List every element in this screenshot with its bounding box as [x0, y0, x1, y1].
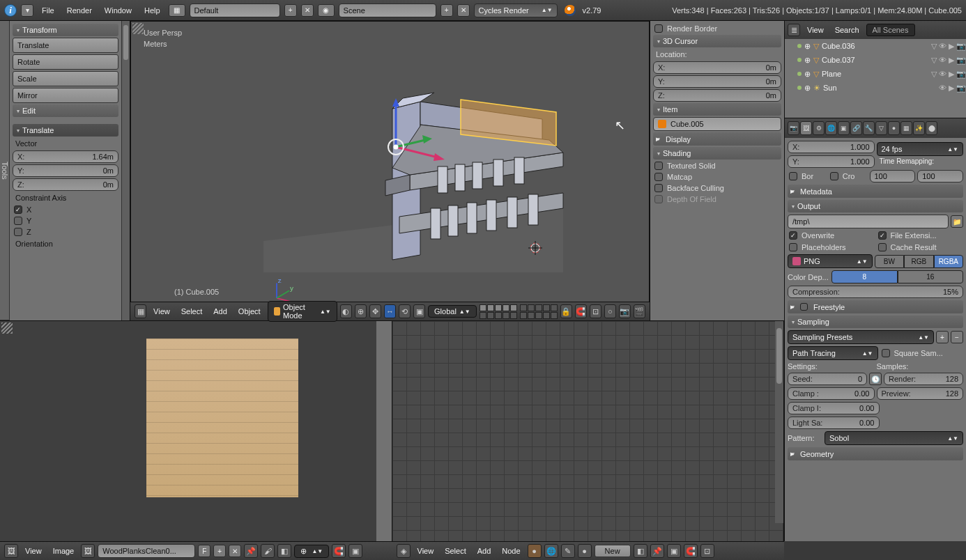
- node-menu-add[interactable]: Add: [473, 545, 496, 557]
- new-material-button[interactable]: New: [595, 545, 631, 557]
- lock-icon[interactable]: 🔒: [560, 304, 572, 318]
- add-image-button[interactable]: +: [213, 545, 226, 557]
- sampling-presets-select[interactable]: Sampling Presets▲▼: [788, 330, 934, 344]
- render-engine-select[interactable]: Cycles Render▲▼: [474, 3, 558, 17]
- vector-x-field[interactable]: X:1.64m: [13, 150, 118, 163]
- fake-user-button[interactable]: F: [198, 545, 210, 557]
- vp-menu-object[interactable]: Object: [234, 305, 265, 318]
- menu-window[interactable]: Window: [100, 3, 136, 17]
- integrator-select[interactable]: Path Tracing▲▼: [788, 346, 878, 360]
- textured-solid-check[interactable]: Textured Solid: [653, 161, 781, 171]
- node-editor-type-icon[interactable]: ◈: [397, 544, 411, 558]
- uv-paint-icon[interactable]: 🖌: [261, 544, 275, 558]
- outliner-tree[interactable]: ⊕▽Cube.036▽ 👁 ▶ 📷 ⊕▽Cube.037▽ 👁 ▶ 📷 ⊕▽Pl…: [785, 39, 966, 118]
- transform-gizmo[interactable]: [368, 98, 459, 189]
- scene-field[interactable]: Scene: [339, 3, 436, 17]
- editor-type-menu[interactable]: ▾: [21, 4, 33, 17]
- editor-type-icon[interactable]: ▦: [135, 304, 146, 318]
- transform-panel-header[interactable]: Transform: [13, 24, 118, 36]
- cursor-panel-header[interactable]: 3D Cursor: [653, 35, 781, 47]
- scrollbar[interactable]: [123, 25, 128, 60]
- node-menu-node[interactable]: Node: [498, 545, 524, 557]
- vector-z-field[interactable]: Z:0m: [13, 178, 118, 191]
- translate-button[interactable]: Translate: [13, 38, 118, 53]
- node-pin-icon[interactable]: 📌: [650, 544, 664, 558]
- remove-layout-button[interactable]: ✕: [301, 4, 314, 17]
- screen-layout-field[interactable]: Default: [190, 3, 280, 17]
- scale-button[interactable]: Scale: [13, 71, 118, 86]
- rotate-manip-icon[interactable]: ⟲: [399, 304, 411, 318]
- uv-menu-view[interactable]: View: [21, 545, 46, 557]
- clapper-icon[interactable]: 🎬: [634, 304, 645, 318]
- node-autocomp-icon[interactable]: ⊡: [700, 544, 714, 558]
- snap-target-icon[interactable]: ⊡: [590, 304, 601, 318]
- mirror-button[interactable]: Mirror: [13, 88, 118, 103]
- add-scene-button[interactable]: +: [440, 4, 453, 17]
- info-icon[interactable]: i: [4, 4, 17, 17]
- matcap-check[interactable]: Matcap: [653, 172, 781, 182]
- uv-tool-region[interactable]: [376, 321, 392, 541]
- 3d-viewport[interactable]: User Persp Meters (1) Cube.005: [130, 21, 650, 320]
- uv-editor-type-icon[interactable]: 🖼: [4, 544, 18, 558]
- render-border-check[interactable]: Render Border: [653, 24, 781, 33]
- file-format-select[interactable]: PNG▲▼: [788, 254, 873, 268]
- scrollbar[interactable]: [775, 321, 783, 523]
- crop-check[interactable]: Cro: [829, 171, 868, 181]
- overwrite-check[interactable]: Overwrite: [788, 231, 875, 240]
- image-browse-icon[interactable]: 🖼: [81, 544, 95, 558]
- manipulator-icon[interactable]: ✥: [369, 304, 381, 318]
- shading-panel-header[interactable]: Shading: [653, 147, 781, 160]
- uv-mask-icon[interactable]: ◧: [277, 544, 291, 558]
- item-name-field[interactable]: Cube.005: [653, 117, 781, 131]
- render-samples-field[interactable]: Render:128: [884, 373, 963, 385]
- snap-icon[interactable]: 🧲: [575, 304, 587, 318]
- color-depth-toggle[interactable]: 816: [831, 270, 963, 283]
- scene-icon[interactable]: ◉: [318, 4, 335, 17]
- clamp-indirect-field[interactable]: Clamp I:0.00: [788, 402, 880, 414]
- outliner-editor-icon[interactable]: ≣: [788, 24, 800, 36]
- compression-field[interactable]: Compression:15%: [788, 286, 963, 298]
- border-check[interactable]: Bor: [788, 171, 827, 181]
- render-preview-icon[interactable]: 📷: [619, 304, 631, 318]
- tremap-old[interactable]: 100: [870, 170, 916, 182]
- pattern-select[interactable]: Sobol▲▼: [825, 431, 963, 445]
- output-panel[interactable]: Output: [788, 200, 963, 212]
- screen-layout-icon[interactable]: ▦: [169, 4, 185, 17]
- seed-clock-icon[interactable]: 🕓: [869, 373, 882, 385]
- outliner-filter-select[interactable]: All Scenes: [866, 24, 915, 36]
- node-linestyle-icon[interactable]: ✎: [561, 544, 575, 558]
- rotate-button[interactable]: Rotate: [13, 54, 118, 70]
- add-layout-button[interactable]: +: [284, 4, 297, 17]
- light-sampling-field[interactable]: Light Sa:0.00: [788, 417, 880, 429]
- constraint-x-check[interactable]: X: [13, 205, 118, 215]
- orientation-select[interactable]: Global▲▼: [428, 305, 477, 318]
- operator-panel-header[interactable]: Translate: [13, 124, 118, 137]
- freestyle-panel[interactable]: ▸Freestyle: [788, 300, 963, 313]
- node-editor[interactable]: [392, 321, 785, 541]
- uv-menu-image[interactable]: Image: [49, 545, 79, 557]
- menu-help[interactable]: Help: [140, 3, 164, 17]
- remove-scene-button[interactable]: ✕: [457, 4, 470, 17]
- tremap-new[interactable]: 100: [917, 170, 963, 182]
- vp-menu-view[interactable]: View: [149, 305, 174, 318]
- translate-manip-icon[interactable]: ↔: [384, 304, 396, 318]
- outliner-view[interactable]: View: [803, 24, 828, 36]
- cursor-x-field[interactable]: X:0m: [653, 61, 781, 74]
- browse-folder-icon[interactable]: 📁: [951, 215, 963, 228]
- geometry-panel[interactable]: ▸Geometry: [788, 447, 963, 460]
- node-snap-icon[interactable]: 🧲: [684, 544, 698, 558]
- node-menu-select[interactable]: Select: [440, 545, 470, 557]
- item-panel-header[interactable]: Item: [653, 103, 781, 116]
- vp-menu-add[interactable]: Add: [209, 305, 231, 318]
- add-preset-button[interactable]: +: [936, 331, 949, 343]
- uv-snap-icon[interactable]: 🧲: [332, 544, 346, 558]
- aspect-y-field[interactable]: Y:1.000: [788, 155, 875, 168]
- pin-icon[interactable]: 📌: [244, 544, 258, 558]
- cursor-z-field[interactable]: Z:0m: [653, 89, 781, 102]
- ext-check[interactable]: File Extensi...: [877, 231, 964, 240]
- backface-check[interactable]: Backface Culling: [653, 183, 781, 193]
- tool-tabs[interactable]: ToolsCrAnRePGre: [0, 21, 10, 320]
- menu-render[interactable]: Render: [63, 3, 96, 17]
- proportional-icon[interactable]: ○: [604, 304, 616, 318]
- display-panel-header[interactable]: ▸Display: [653, 132, 781, 146]
